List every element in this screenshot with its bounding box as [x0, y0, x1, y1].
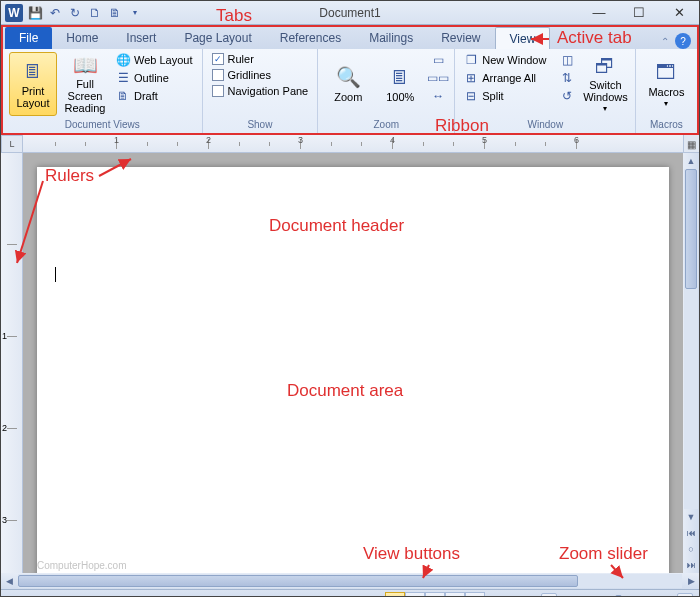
- split-button[interactable]: ⊟Split: [461, 88, 549, 104]
- gridlines-checkbox[interactable]: Gridlines: [209, 68, 312, 82]
- switch-windows-button[interactable]: 🗗 Switch Windows▾: [581, 52, 629, 116]
- tab-file[interactable]: File: [5, 27, 52, 49]
- tab-stop-selector[interactable]: L: [1, 135, 23, 153]
- view-side-by-side-button[interactable]: ◫: [557, 52, 577, 68]
- scroll-right-icon[interactable]: ▶: [683, 573, 699, 589]
- help-icon[interactable]: ?: [675, 33, 691, 49]
- watermark: ComputerHope.com: [37, 560, 126, 571]
- scroll-up-icon[interactable]: ▲: [683, 153, 699, 169]
- zoom-out-button[interactable]: −: [541, 593, 557, 598]
- checkbox-icon: [212, 69, 224, 81]
- group-zoom: 🔍 Zoom 🗏 100% ▭ ▭▭ ↔ Zoom: [318, 49, 455, 133]
- new-window-button[interactable]: ❐New Window: [461, 52, 549, 68]
- page[interactable]: [37, 167, 669, 573]
- scroll-left-icon[interactable]: ◀: [1, 573, 17, 589]
- tab-view[interactable]: View: [495, 27, 551, 49]
- scroll-track[interactable]: [18, 574, 682, 588]
- page-icon: 🗏: [19, 59, 47, 83]
- save-icon[interactable]: 💾: [27, 5, 43, 21]
- full-screen-reading-button[interactable]: 📖 Full Screen Reading: [61, 52, 109, 116]
- sync-scroll-button[interactable]: ⇅: [557, 70, 577, 86]
- qat-icon[interactable]: 🗋: [87, 5, 103, 21]
- qat-more-icon[interactable]: ▾: [127, 5, 143, 21]
- next-page-icon[interactable]: ⏭: [683, 557, 699, 573]
- scroll-track[interactable]: [684, 169, 698, 509]
- maximize-button[interactable]: ☐: [619, 2, 659, 24]
- reset-window-button[interactable]: ↺: [557, 88, 577, 104]
- tab-home[interactable]: Home: [52, 27, 112, 49]
- scroll-thumb[interactable]: [18, 575, 578, 587]
- quick-access-toolbar: W 💾 ↶ ↻ 🗋 🗎 ▾: [1, 4, 143, 22]
- document-area[interactable]: ComputerHope.com: [23, 153, 683, 573]
- prev-page-icon[interactable]: ⏮: [683, 525, 699, 541]
- minimize-ribbon-icon[interactable]: ⌃: [661, 36, 669, 47]
- width-icon: ↔: [431, 89, 445, 103]
- two-page-icon: ▭▭: [431, 71, 445, 85]
- group-macros: 🗔 Macros▾ Macros: [636, 49, 696, 133]
- ruler-checkbox[interactable]: ✓Ruler: [209, 52, 312, 66]
- qat-icon[interactable]: 🗎: [107, 5, 123, 21]
- vertical-scrollbar[interactable]: ▲ ▼ ⏮ ○ ⏭: [683, 153, 699, 573]
- zoom-in-button[interactable]: +: [677, 593, 693, 598]
- vertical-ruler[interactable]: 1 2 3: [1, 153, 23, 573]
- globe-icon: 🌐: [116, 53, 130, 67]
- scroll-thumb[interactable]: [685, 169, 697, 289]
- print-layout-view-button[interactable]: ▭: [385, 592, 405, 598]
- ruler-toggle-icon[interactable]: ▦: [683, 135, 699, 153]
- outline-button[interactable]: ☰Outline: [113, 70, 196, 86]
- zoom-100-button[interactable]: 🗏 100%: [376, 52, 424, 116]
- macros-button[interactable]: 🗔 Macros▾: [642, 52, 690, 116]
- arrange-icon: ⊞: [464, 71, 478, 85]
- page-icon: ▭: [431, 53, 445, 67]
- magnifier-icon: 🔍: [334, 65, 362, 89]
- tab-review[interactable]: Review: [427, 27, 494, 49]
- close-button[interactable]: ✕: [659, 2, 699, 24]
- tab-references[interactable]: References: [266, 27, 355, 49]
- tab-insert[interactable]: Insert: [112, 27, 170, 49]
- split-icon: ⊟: [464, 89, 478, 103]
- text-cursor: [55, 267, 56, 282]
- draft-view-button[interactable]: ▥: [465, 592, 485, 598]
- checkbox-icon: [212, 85, 224, 97]
- group-label: Macros: [642, 117, 690, 133]
- view-buttons: ▭ ▣ ▤ ☰ ▥: [385, 592, 485, 598]
- tab-page-layout[interactable]: Page Layout: [170, 27, 265, 49]
- draft-icon: 🗎: [116, 89, 130, 103]
- one-page-button[interactable]: ▭: [428, 52, 448, 68]
- arrange-all-button[interactable]: ⊞Arrange All: [461, 70, 549, 86]
- print-layout-label: Print Layout: [16, 85, 49, 109]
- title-bar: W 💾 ↶ ↻ 🗋 🗎 ▾ Document1 — ☐ ✕: [1, 1, 699, 25]
- side-icon: ◫: [560, 53, 574, 67]
- print-layout-button[interactable]: 🗏 Print Layout: [9, 52, 57, 116]
- redo-icon[interactable]: ↻: [67, 5, 83, 21]
- window-icon: ❐: [464, 53, 478, 67]
- horizontal-ruler[interactable]: L 1 2 3 4 5 6 ▦: [1, 135, 699, 153]
- page-icon: 🗏: [386, 65, 414, 89]
- zoom-button[interactable]: 🔍 Zoom: [324, 52, 372, 116]
- page-width-button[interactable]: ↔: [428, 88, 448, 104]
- status-bar: Page: 1 of 1 Words: 0 ✎ ▭ ▣ ▤ ☰ ▥ 100% −…: [1, 589, 699, 597]
- browse-object-icon[interactable]: ○: [683, 541, 699, 557]
- navigation-pane-checkbox[interactable]: Navigation Pane: [209, 84, 312, 98]
- draft-button[interactable]: 🗎Draft: [113, 88, 196, 104]
- workspace: 1 2 3 ComputerHope.com ▲ ▼ ⏮ ○ ⏭: [1, 153, 699, 573]
- web-layout-button[interactable]: 🌐Web Layout: [113, 52, 196, 68]
- two-pages-button[interactable]: ▭▭: [428, 70, 448, 86]
- outline-icon: ☰: [116, 71, 130, 85]
- checkbox-icon: ✓: [212, 53, 224, 65]
- ribbon-tabs: File Home Insert Page Layout References …: [1, 25, 699, 49]
- horizontal-scrollbar[interactable]: ◀ ▶: [1, 573, 699, 589]
- app-icon[interactable]: W: [5, 4, 23, 22]
- group-document-views: 🗏 Print Layout 📖 Full Screen Reading 🌐We…: [3, 49, 203, 133]
- full-screen-view-button[interactable]: ▣: [405, 592, 425, 598]
- web-layout-view-button[interactable]: ▤: [425, 592, 445, 598]
- undo-icon[interactable]: ↶: [47, 5, 63, 21]
- outline-view-button[interactable]: ☰: [445, 592, 465, 598]
- group-show: ✓Ruler Gridlines Navigation Pane Show: [203, 49, 319, 133]
- book-icon: 📖: [71, 54, 99, 76]
- reset-icon: ↺: [560, 89, 574, 103]
- sync-icon: ⇅: [560, 71, 574, 85]
- minimize-button[interactable]: —: [579, 2, 619, 24]
- scroll-down-icon[interactable]: ▼: [683, 509, 699, 525]
- tab-mailings[interactable]: Mailings: [355, 27, 427, 49]
